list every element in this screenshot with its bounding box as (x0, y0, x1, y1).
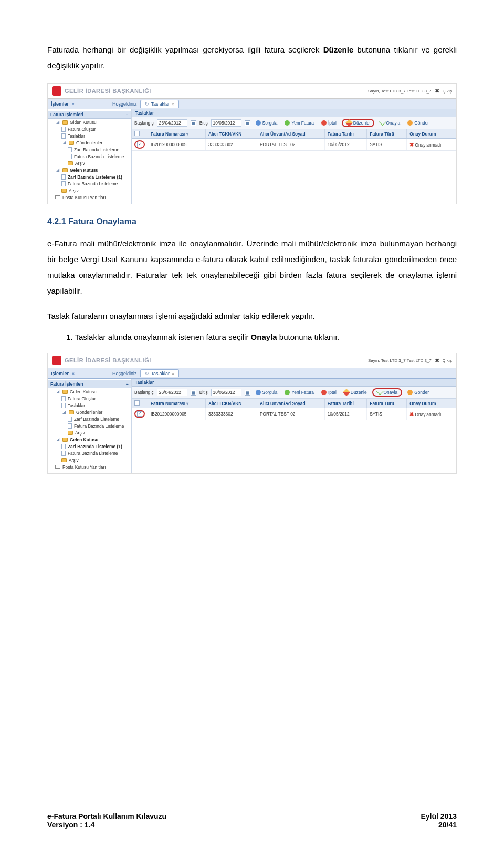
main-panel-header: Taslaklar (132, 109, 456, 117)
iptal-button[interactable]: İptal (319, 120, 339, 126)
col-checkbox[interactable] (132, 399, 148, 408)
checkbox-icon[interactable] (134, 400, 140, 406)
tab-welcome[interactable]: Hoşgeldiniz (112, 101, 137, 107)
tree-fatura-liste[interactable]: Fatura Bazında Listeleme (48, 422, 131, 429)
exit-icon[interactable]: ✖ (435, 88, 439, 95)
close-icon[interactable]: × (172, 371, 174, 376)
tree-giden[interactable]: ◢Giden Kutusu (48, 388, 131, 395)
calendar-icon[interactable]: ▦ (245, 120, 250, 126)
sorgula-button[interactable]: Sorgula (254, 389, 280, 396)
collapse-icon[interactable]: « (72, 371, 75, 376)
tree-section-header: Fatura İşlemleri − (48, 111, 131, 119)
tab-welcome[interactable]: Hoşgeldiniz (112, 371, 137, 376)
col-unvan[interactable]: Alıcı Ünvan/Ad Soyad (257, 399, 325, 408)
calendar-icon[interactable]: ▦ (191, 390, 196, 396)
folder-icon (61, 189, 67, 193)
gonder-button[interactable]: Gönder (405, 389, 431, 396)
tree-taslaklar[interactable]: Taslaklar (48, 132, 131, 139)
tree-gonderilenler[interactable]: ◢Gönderilenler (48, 139, 131, 146)
col-unvan[interactable]: Alıcı Ünvan/Ad Soyad (257, 129, 325, 139)
col-checkbox[interactable] (132, 129, 148, 139)
tree-posta[interactable]: Posta Kutusu Yanıtları (48, 194, 131, 201)
search-icon (256, 390, 261, 395)
tree-gelen[interactable]: ◢Gelen Kutusu (48, 436, 131, 443)
tree-gelen[interactable]: ◢Gelen Kutusu (48, 167, 131, 173)
tree-gonderilenler[interactable]: ◢Gönderilenler (48, 409, 131, 416)
tree-olustur[interactable]: Fatura Oluştur (48, 126, 131, 132)
col-tckn[interactable]: Alıcı TCKN/VKN (206, 129, 257, 139)
calendar-icon[interactable]: ▦ (245, 390, 250, 396)
yeni-fatura-button[interactable]: Yeni Fatura (282, 389, 316, 396)
grid-row[interactable]: ✓ IB2012000000005 3333333302 PORTAL TEST… (132, 408, 456, 420)
tree-arsiv[interactable]: Arşiv (48, 429, 131, 436)
col-fatura-no[interactable]: Fatura Numarası ▾ (148, 399, 206, 408)
tree-fatura-liste2[interactable]: Fatura Bazında Listeleme (48, 180, 131, 187)
tree-zarf-liste[interactable]: Zarf Bazında Listeleme (48, 146, 131, 153)
cell-tarih: 10/05/2012 (324, 408, 367, 420)
menubar: İşlemler « Hoşgeldiniz ↻ Taslaklar × (48, 368, 456, 379)
cell-unvan: PORTAL TEST 02 (257, 408, 325, 420)
baslangic-input[interactable]: 26/04/2012 (157, 389, 187, 396)
cell-checkbox[interactable]: ✓ (132, 408, 148, 420)
duzenle-button[interactable]: Düzenle (344, 120, 372, 126)
col-fatura-no[interactable]: Fatura Numarası ▾ (148, 129, 206, 139)
tree-arsiv2[interactable]: Arşiv (48, 457, 131, 463)
bitis-input[interactable]: 10/05/2012 (211, 389, 242, 396)
tree-zarf-liste1[interactable]: Zarf Bazında Listeleme (1) (48, 443, 131, 450)
col-onay[interactable]: Onay Durum (407, 399, 456, 408)
onayla-button[interactable]: Onayla (377, 120, 403, 126)
col-onay[interactable]: Onay Durum (407, 129, 456, 139)
col-tarih[interactable]: Fatura Tarihi (324, 129, 367, 139)
duzenle-button[interactable]: Düzenle (342, 389, 369, 396)
screenshot-onayla: GELİR İDARESİ BAŞKANLIĞI Sayın, Test LTD… (47, 353, 457, 474)
exit-label[interactable]: Çıkış (443, 89, 452, 94)
tree-zarf-liste[interactable]: Zarf Bazında Listeleme (48, 416, 131, 422)
highlight-checkbox: ✓ (134, 410, 145, 418)
sorgula-button[interactable]: Sorgula (254, 120, 280, 126)
footer-page: 20/41 (421, 821, 457, 829)
iptal-label: İptal (328, 120, 337, 126)
checkbox-icon[interactable]: ✓ (137, 411, 142, 417)
exit-label[interactable]: Çıkış (443, 358, 452, 363)
yeni-fatura-button[interactable]: Yeni Fatura (282, 120, 316, 126)
send-icon (407, 390, 413, 395)
tab-taslaklar[interactable]: ↻ Taslaklar × (140, 100, 179, 108)
grid-row[interactable]: ✓ IB2012000000005 3333333302 PORTAL TEST… (132, 139, 456, 151)
tree-arsiv[interactable]: Arşiv (48, 160, 131, 167)
tree-giden[interactable]: ◢Giden Kutusu (48, 119, 131, 126)
tree-zarf-liste1[interactable]: Zarf Bazında Listeleme (1) (48, 173, 131, 180)
tree-section-minus[interactable]: − (126, 112, 129, 117)
tree-section-header: Fatura İşlemleri − (48, 380, 131, 388)
checkbox-icon[interactable] (134, 131, 140, 136)
tree-gonderilenler-label: Gönderilenler (76, 140, 102, 146)
filter-bar: Başlangıç 26/04/2012 ▦ Bitiş 10/05/2012 … (132, 387, 456, 399)
sort-icon[interactable]: ▾ (186, 131, 188, 137)
checkbox-icon[interactable]: ✓ (137, 142, 142, 147)
baslangic-input[interactable]: 26/04/2012 (157, 119, 187, 127)
tree-arsiv2[interactable]: Arşiv (48, 187, 131, 194)
col-tckn[interactable]: Alıcı TCKN/VKN (206, 399, 257, 408)
grid: Fatura Numarası ▾ Alıcı TCKN/VKN Alıcı Ü… (132, 399, 456, 420)
col-tur[interactable]: Fatura Türü (367, 129, 407, 139)
tab-taslaklar[interactable]: ↻ Taslaklar × (140, 369, 179, 377)
iptal-button[interactable]: İptal (319, 389, 339, 396)
sort-icon[interactable]: ▾ (186, 401, 188, 406)
file-icon (61, 174, 66, 180)
col-tarih[interactable]: Fatura Tarihi (324, 399, 367, 408)
close-icon[interactable]: × (172, 102, 174, 107)
exit-icon[interactable]: ✖ (435, 357, 439, 364)
screenshot-duzenle: GELİR İDARESİ BAŞKANLIĞI Sayın, Test LTD… (47, 83, 457, 204)
bitis-input[interactable]: 10/05/2012 (211, 119, 242, 127)
col-tur[interactable]: Fatura Türü (367, 399, 407, 408)
tree-fatura-liste[interactable]: Fatura Bazında Listeleme (48, 153, 131, 160)
cell-checkbox[interactable]: ✓ (132, 139, 148, 151)
tree-taslaklar[interactable]: Taslaklar (48, 402, 131, 409)
gonder-button[interactable]: Gönder (405, 120, 431, 126)
tree-olustur[interactable]: Fatura Oluştur (48, 395, 131, 402)
calendar-icon[interactable]: ▦ (191, 120, 196, 126)
tree-posta[interactable]: Posta Kutusu Yanıtları (48, 463, 131, 470)
tree-section-minus[interactable]: − (126, 381, 129, 387)
tree-fatura-liste2[interactable]: Fatura Bazında Listeleme (48, 450, 131, 457)
collapse-icon[interactable]: « (72, 101, 75, 107)
onayla-button[interactable]: Onayla (375, 389, 400, 396)
